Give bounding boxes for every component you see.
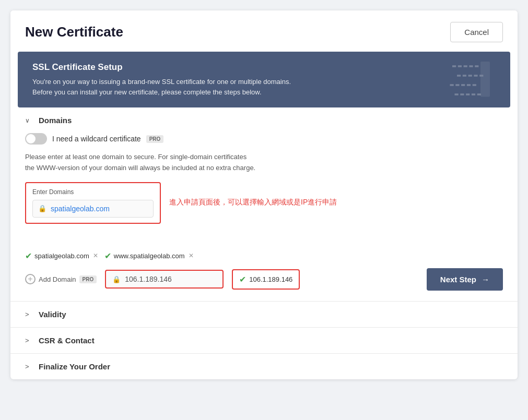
add-domain-label: Add Domain bbox=[39, 275, 76, 283]
validity-section-title: Validity bbox=[39, 310, 66, 319]
enter-domains-label: Enter Domains bbox=[32, 188, 154, 196]
page-wrapper: New Certificate Cancel SSL Certificate S… bbox=[10, 10, 518, 379]
verified-domain-1: ✔ spatialgeolab.com ✕ bbox=[25, 251, 98, 261]
svg-rect-4 bbox=[480, 62, 490, 97]
banner-title: SSL Certificate Setup bbox=[32, 62, 496, 73]
next-step-button[interactable]: Next Step → bbox=[427, 268, 503, 291]
domain-input[interactable] bbox=[51, 205, 142, 213]
check-icon-1: ✔ bbox=[25, 251, 32, 261]
wildcard-label: I need a wildcard certificate bbox=[52, 135, 141, 143]
finalize-section-header[interactable]: Finalize Your Order bbox=[18, 354, 510, 379]
domains-section: Domains I need a wildcard certificate PR… bbox=[10, 107, 518, 302]
verified-domain-1-text: spatialgeolab.com bbox=[34, 252, 89, 260]
verified-domains-area: ✔ spatialgeolab.com ✕ ✔ www.spatialgeola… bbox=[25, 247, 194, 261]
domain-input-area: Enter Domains 🔒 進入申請頁面後，可以選擇輸入網域或是IP進行申請… bbox=[25, 182, 503, 261]
csr-section: CSR & Contact bbox=[10, 328, 518, 354]
remove-domain-2-button[interactable]: ✕ bbox=[189, 252, 194, 259]
next-step-arrow-icon: → bbox=[482, 275, 489, 284]
check-icon-2: ✔ bbox=[104, 251, 111, 261]
lock-icon: 🔒 bbox=[38, 205, 46, 212]
domains-section-header[interactable]: Domains bbox=[18, 107, 510, 133]
csr-chevron-icon bbox=[25, 337, 33, 344]
page-header: New Certificate Cancel bbox=[10, 10, 518, 52]
verified-ip-box: ✔ 106.1.189.146 bbox=[232, 269, 300, 290]
info-text: Please enter at least one domain to secu… bbox=[25, 152, 503, 174]
banner-line1: You're on your way to issuing a brand-ne… bbox=[32, 77, 496, 87]
wildcard-row: I need a wildcard certificate PRO bbox=[25, 133, 503, 145]
ip-lock-icon: 🔒 bbox=[112, 275, 121, 283]
add-domain-button[interactable]: + Add Domain PRO bbox=[25, 274, 97, 284]
ip-input[interactable] bbox=[125, 275, 216, 283]
verified-ip-text: 106.1.189.146 bbox=[249, 275, 292, 283]
validity-chevron-icon bbox=[25, 310, 33, 318]
finalize-chevron-icon bbox=[25, 363, 33, 370]
wildcard-pro-badge: PRO bbox=[146, 135, 164, 143]
page-title: New Certificate bbox=[25, 24, 123, 40]
banner-line2: Before you can install your new certific… bbox=[32, 87, 496, 98]
domains-chevron-icon bbox=[25, 117, 33, 124]
verified-domain-2: ✔ www.spatialgeolab.com ✕ bbox=[104, 251, 194, 261]
domain-input-field: 🔒 bbox=[32, 200, 154, 218]
ip-check-icon: ✔ bbox=[239, 274, 246, 284]
ip-input-box: 🔒 bbox=[105, 270, 224, 289]
add-domain-pro-badge: PRO bbox=[79, 275, 97, 283]
validity-section: Validity bbox=[10, 302, 518, 328]
verified-domain-2-text: www.spatialgeolab.com bbox=[114, 252, 185, 260]
cancel-button[interactable]: Cancel bbox=[450, 22, 503, 42]
enter-domains-box: Enter Domains 🔒 bbox=[25, 182, 161, 224]
csr-section-header[interactable]: CSR & Contact bbox=[18, 328, 510, 353]
chinese-annotation: 進入申請頁面後，可以選擇輸入網域或是IP進行申請 bbox=[169, 198, 337, 207]
wildcard-toggle[interactable] bbox=[25, 133, 47, 145]
domains-section-title: Domains bbox=[39, 116, 72, 125]
banner-decoration bbox=[448, 57, 495, 106]
second-row: + Add Domain PRO 🔒 ✔ 106.1.189.146 Next … bbox=[25, 268, 503, 291]
verified-domains-row: ✔ spatialgeolab.com ✕ ✔ www.spatialgeola… bbox=[25, 251, 194, 261]
domains-content: I need a wildcard certificate PRO Please… bbox=[18, 133, 510, 301]
validity-section-header[interactable]: Validity bbox=[18, 302, 510, 327]
finalize-section: Finalize Your Order bbox=[10, 354, 518, 379]
remove-domain-1-button[interactable]: ✕ bbox=[93, 252, 98, 259]
finalize-section-title: Finalize Your Order bbox=[39, 362, 110, 371]
add-icon: + bbox=[25, 274, 36, 284]
ssl-banner: SSL Certificate Setup You're on your way… bbox=[18, 52, 510, 107]
csr-section-title: CSR & Contact bbox=[39, 336, 95, 345]
next-step-label: Next Step bbox=[440, 275, 476, 284]
